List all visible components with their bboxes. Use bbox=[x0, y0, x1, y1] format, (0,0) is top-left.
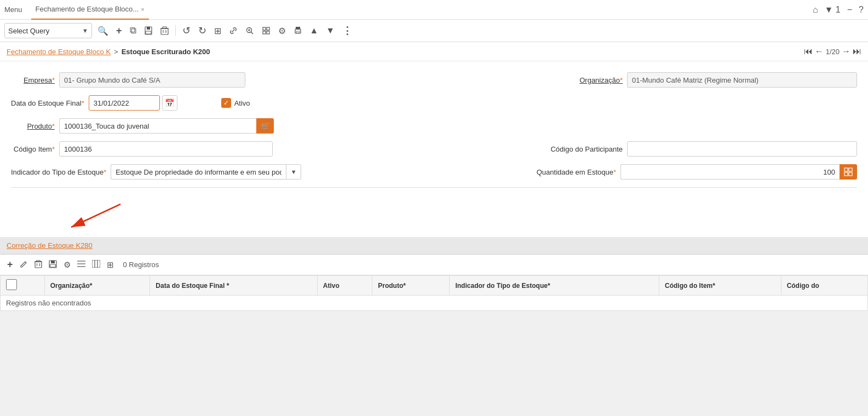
minimize-icon[interactable]: − bbox=[847, 5, 852, 15]
codigo-item-label: Código Item* bbox=[11, 145, 55, 153]
tab-close-icon[interactable]: × bbox=[141, 6, 144, 13]
table-col-codigo-do: Código do bbox=[781, 276, 867, 296]
undo-button[interactable]: ↺ bbox=[180, 24, 193, 38]
prev-page-icon[interactable]: ← bbox=[815, 47, 824, 56]
produto-label[interactable]: Produto* bbox=[11, 122, 55, 130]
breadcrumb-current: Estoque Escriturado K200 bbox=[122, 48, 210, 56]
empresa-input[interactable] bbox=[59, 72, 245, 88]
select-query-wrapper[interactable]: Select Query ▼ bbox=[4, 23, 92, 38]
breadcrumb-bar: Fechamento de Estoque Bloco K > Estoque … bbox=[0, 42, 868, 61]
svg-rect-1 bbox=[147, 27, 150, 30]
sub-columns-button[interactable] bbox=[90, 259, 102, 270]
active-tab[interactable]: Fechamento de Estoque Bloco... × bbox=[31, 0, 149, 20]
page-number: 1/20 bbox=[826, 48, 840, 56]
form-area: Empresa* Organização* Data do Estoque Fi… bbox=[0, 61, 868, 193]
select-all-checkbox[interactable] bbox=[6, 279, 17, 290]
svg-line-9 bbox=[251, 32, 253, 34]
select-query-dropdown[interactable]: Select Query bbox=[5, 24, 79, 38]
quantidade-label: Quantidade em Estoque* bbox=[537, 168, 616, 176]
codigo-item-field: Código Item* bbox=[11, 141, 273, 157]
indicador-input[interactable] bbox=[111, 164, 286, 180]
breadcrumb-parent-link[interactable]: Fechamento de Estoque Bloco K bbox=[7, 48, 111, 56]
breadcrumb: Fechamento de Estoque Bloco K > Estoque … bbox=[7, 48, 210, 56]
svg-rect-21 bbox=[844, 172, 848, 176]
sub-list-button[interactable] bbox=[76, 259, 87, 270]
ativo-checkbox[interactable]: ✓ bbox=[221, 98, 231, 108]
table-col-codigo-item: Código do Item* bbox=[659, 276, 781, 296]
link-button[interactable] bbox=[227, 25, 240, 36]
last-page-icon[interactable]: ⏭ bbox=[853, 47, 861, 56]
sub-edit-button[interactable] bbox=[18, 259, 30, 271]
refresh-button[interactable]: ↻ bbox=[196, 24, 209, 38]
form-row-codigo: Código Item* Código do Participante bbox=[11, 141, 857, 157]
table-col-data-estoque: Data do Estoque Final * bbox=[150, 276, 317, 296]
produto-input[interactable] bbox=[59, 118, 256, 134]
delete-button[interactable] bbox=[158, 25, 171, 36]
table-empty-row: Registros não encontrados bbox=[1, 296, 868, 311]
indicador-select-wrapper: ▼ bbox=[111, 164, 301, 180]
sub-toolbar: + ⚙ ⊞ 0 Registros bbox=[0, 255, 868, 275]
codigo-item-input[interactable] bbox=[59, 141, 273, 157]
empresa-label[interactable]: Empresa* bbox=[11, 76, 55, 84]
search-button[interactable]: 🔍 bbox=[95, 25, 111, 37]
quantidade-field: Quantidade em Estoque* bbox=[537, 164, 857, 180]
top-bar: Menu Fechamento de Estoque Bloco... × ⌂ … bbox=[0, 0, 868, 20]
produto-select-button[interactable]: 🛒 bbox=[256, 118, 274, 134]
sub-add-button[interactable]: + bbox=[5, 258, 15, 271]
toolbar: Select Query ▼ 🔍 + ⧉ ↺ ↻ ⊞ ⚙ ▲ ▼ ⋮ bbox=[0, 20, 868, 42]
menu-button[interactable]: Menu bbox=[4, 5, 22, 14]
copy-button[interactable]: ⧉ bbox=[128, 24, 139, 37]
produto-wrapper: 🛒 bbox=[59, 118, 274, 134]
next-page-icon[interactable]: → bbox=[842, 47, 850, 56]
notification-badge[interactable]: ▼ 1 bbox=[825, 5, 841, 15]
data-estoque-input[interactable] bbox=[89, 95, 160, 111]
codigo-participante-field: Código do Participante bbox=[546, 141, 857, 157]
quantidade-wrapper bbox=[620, 164, 857, 180]
first-page-icon[interactable]: ⏮ bbox=[804, 47, 813, 56]
table-header-row: Organização* Data do Estoque Final * Ati… bbox=[1, 276, 868, 296]
sub-grid-button[interactable]: ⊞ bbox=[105, 259, 116, 271]
quantidade-calc-button[interactable] bbox=[840, 164, 857, 180]
organizacao-field: Organização* bbox=[573, 72, 857, 88]
collapse-button[interactable]: ▼ bbox=[324, 25, 337, 37]
indicador-field: Indicador do Tipo de Estoque* ▼ bbox=[11, 164, 301, 180]
save-button[interactable] bbox=[142, 25, 155, 36]
breadcrumb-separator: > bbox=[114, 48, 118, 56]
indicador-dropdown-button[interactable]: ▼ bbox=[286, 164, 301, 180]
expand-button[interactable]: ▲ bbox=[308, 25, 321, 37]
svg-rect-17 bbox=[296, 27, 300, 30]
organizacao-label[interactable]: Organização* bbox=[573, 76, 623, 84]
help-icon[interactable]: ? bbox=[859, 5, 864, 15]
form-row-empresa: Empresa* Organização* bbox=[11, 72, 857, 88]
add-button[interactable]: + bbox=[114, 24, 124, 38]
svg-rect-38 bbox=[92, 260, 100, 268]
form-divider bbox=[11, 187, 857, 188]
codigo-participante-input[interactable] bbox=[627, 141, 857, 157]
tab-label: Fechamento de Estoque Bloco... bbox=[36, 5, 139, 13]
home-icon[interactable]: ⌂ bbox=[813, 5, 818, 15]
arrow-area bbox=[0, 193, 868, 237]
fullscreen-button[interactable] bbox=[260, 25, 273, 36]
data-estoque-field: Data do Estoque Final* 📅 bbox=[11, 95, 177, 111]
form-row-produto: Produto* 🛒 bbox=[11, 118, 857, 134]
zoom-button[interactable] bbox=[243, 25, 256, 36]
svg-rect-20 bbox=[849, 168, 852, 171]
table-col-produto: Produto* bbox=[372, 276, 450, 296]
print-button[interactable] bbox=[291, 25, 304, 36]
sub-section-link[interactable]: Correção de Estoque K280 bbox=[7, 241, 93, 250]
more-button[interactable]: ⋮ bbox=[340, 24, 354, 38]
select-query-arrow-icon[interactable]: ▼ bbox=[79, 27, 91, 34]
grid-button[interactable]: ⊞ bbox=[212, 25, 223, 37]
svg-rect-32 bbox=[50, 264, 55, 267]
svg-rect-25 bbox=[35, 262, 42, 268]
calendar-button[interactable]: 📅 bbox=[162, 95, 177, 111]
quantidade-input[interactable] bbox=[620, 164, 840, 180]
organizacao-input[interactable] bbox=[627, 72, 857, 88]
svg-rect-12 bbox=[263, 27, 266, 30]
sub-settings-button[interactable]: ⚙ bbox=[62, 259, 72, 271]
sub-delete-button[interactable] bbox=[33, 259, 44, 271]
table-col-indicador: Indicador do Tipo de Estoque* bbox=[450, 276, 659, 296]
no-records-message: Registros não encontrados bbox=[1, 296, 868, 311]
sub-save-button[interactable] bbox=[47, 259, 59, 271]
settings-button[interactable]: ⚙ bbox=[276, 25, 288, 37]
